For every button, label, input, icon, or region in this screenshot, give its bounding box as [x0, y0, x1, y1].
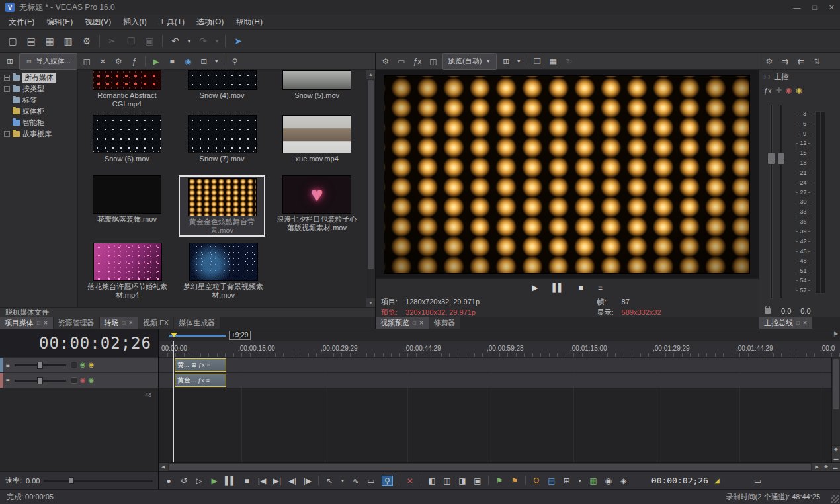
menu-file[interactable]: 文件(F)	[3, 15, 40, 30]
save-button[interactable]: ▦	[41, 33, 58, 49]
zoom-out-time-icon[interactable]: ▬	[831, 463, 840, 471]
tree-item-all-media[interactable]: 所有媒体	[3, 72, 77, 83]
menu-tools[interactable]: 工具(T)	[153, 15, 190, 30]
transport-time-display[interactable]: 00:00:02;26	[651, 476, 708, 485]
insert-region-button[interactable]: ⚑	[510, 477, 519, 485]
scroll-right-icon[interactable]: ▶	[812, 463, 821, 471]
trim-end-button[interactable]: ◨	[458, 477, 467, 485]
resize-grip[interactable]	[831, 495, 839, 503]
views-icon[interactable]: ⊞	[197, 55, 210, 68]
track-menu-icon[interactable]: ≡	[6, 377, 10, 384]
timeline-event-video[interactable]: 黄... ⊞ ƒx ≡	[175, 358, 226, 372]
copy-button[interactable]: ❐	[122, 33, 140, 49]
insert-marker-button[interactable]: ⚑	[495, 477, 504, 485]
envelope-tool-button[interactable]: ∿	[351, 477, 360, 485]
media-item-selected[interactable]: 黄金金色炫酷舞台背景.mov	[179, 175, 265, 237]
track-lanes[interactable]: 黄... ⊞ ƒx ≡ 黄金... ƒx ≡	[159, 357, 840, 462]
master-level-left[interactable]: 0.0	[781, 307, 791, 315]
region-marker-button[interactable]: Ω	[532, 477, 541, 485]
open-button[interactable]: ▤	[22, 33, 40, 49]
event-menu-icon[interactable]: ≡	[206, 377, 210, 384]
expander-icon[interactable]	[4, 75, 10, 81]
video-track-lane[interactable]: 黄... ⊞ ƒx ≡	[159, 358, 840, 372]
scrollbar-thumb[interactable]	[368, 80, 374, 269]
tab-transitions[interactable]: 转场 □ ✕	[100, 317, 138, 329]
tree-item-tags[interactable]: 标签	[3, 95, 77, 106]
overlays-grid-icon[interactable]: ⊞	[499, 55, 513, 68]
media-item[interactable]: 落花烛台许愿环节婚礼素材.mp4	[79, 243, 175, 300]
split-screen-icon[interactable]: ◫	[427, 55, 440, 68]
preview-stop-icon[interactable]: ■	[165, 55, 179, 68]
external-monitor-icon[interactable]: ▭	[395, 55, 408, 68]
tab-trimmer[interactable]: 修剪器	[429, 317, 460, 329]
media-scrollbar[interactable]: ▲ ▼	[366, 70, 375, 307]
fader-track-left[interactable]	[770, 105, 773, 299]
playhead-line[interactable]	[173, 341, 174, 462]
record-button[interactable]: ●	[164, 477, 173, 485]
tab-close-icon[interactable]: ✕	[419, 320, 424, 326]
marker-dropdown[interactable]: ▼	[577, 478, 583, 483]
media-properties-icon[interactable]: ⚙	[112, 55, 125, 68]
track-level-slider[interactable]	[15, 364, 66, 366]
media-item[interactable]: 梦幻星空粒子背景视频素材.mov	[175, 243, 271, 300]
new-project-button[interactable]: ▢	[4, 33, 21, 49]
track-level-slider[interactable]	[15, 380, 66, 382]
selection-tool-button[interactable]: ▭	[366, 477, 376, 485]
tab-explorer[interactable]: 资源管理器	[54, 317, 99, 329]
expander-icon[interactable]	[4, 131, 10, 137]
interactive-tutorials-button[interactable]: ➤	[230, 33, 247, 49]
minimize-button[interactable]: —	[793, 3, 800, 12]
timeline-time-display[interactable]: 00:00:02;26	[0, 329, 158, 357]
expander-icon[interactable]	[4, 86, 10, 92]
stop-button[interactable]: ■	[242, 477, 251, 485]
edit-tool-dropdown[interactable]: ▼	[340, 478, 345, 483]
media-item[interactable]: Snow (4).mov	[175, 70, 270, 108]
fader-track-right[interactable]	[780, 105, 782, 299]
track-solo-button[interactable]: ◉	[89, 362, 95, 368]
scroll-left-icon[interactable]: ◀	[159, 463, 168, 471]
paste-button[interactable]: ▣	[141, 33, 158, 49]
split-button[interactable]: ◫	[442, 477, 452, 485]
tree-item-by-type[interactable]: 按类型	[3, 83, 77, 95]
media-item[interactable]: Snow (5).mov	[269, 70, 364, 108]
media-item[interactable]: ♥ 浪漫七夕栏目包装粒子心落版视频素材.mov	[269, 175, 364, 237]
media-item[interactable]: Romantic Abstract CGI.mp4	[79, 70, 175, 108]
media-item[interactable]: 花瓣飘落装饰.mov	[79, 175, 175, 237]
pan-crop-icon[interactable]: ⊞	[191, 362, 196, 368]
preview-play-icon[interactable]: ▶	[149, 55, 163, 68]
edit-tool-button[interactable]: ↖	[325, 477, 334, 485]
tab-float-icon[interactable]: □	[122, 320, 126, 326]
snap-indicator-icon[interactable]: ◈	[619, 477, 628, 485]
view-mode-icon[interactable]: ⊞	[3, 55, 17, 68]
solo-button[interactable]: ◉	[796, 86, 802, 95]
preview-quality-dropdown[interactable]: 预览(自动) ▼	[442, 53, 497, 70]
lock-fader-icon[interactable]	[765, 308, 771, 314]
previous-frame-button[interactable]: ◀|	[288, 477, 297, 485]
menu-insert[interactable]: 插入(I)	[117, 15, 152, 30]
remove-media-icon[interactable]: ✕	[96, 55, 109, 68]
tab-video-fx[interactable]: 视频 FX	[138, 317, 173, 329]
audio-track-lane[interactable]: 黄金... ƒx ≡	[159, 373, 840, 388]
track-mute-button[interactable]: ◉	[80, 377, 86, 384]
copy-snapshot-icon[interactable]: ❐	[530, 55, 544, 68]
track-header-1[interactable]: ≡ ◉ ◉	[0, 358, 158, 372]
tab-float-icon[interactable]: □	[413, 320, 416, 326]
slider-thumb[interactable]	[37, 377, 43, 384]
play-button[interactable]: ▶	[210, 477, 219, 485]
zoom-out-tracks-icon[interactable]: ▬	[832, 454, 840, 462]
properties-button[interactable]: ⚙	[78, 33, 95, 49]
tab-video-preview[interactable]: 视频预览 □ ✕	[376, 317, 429, 329]
insert-input-bus-icon[interactable]: ⇇	[794, 55, 808, 68]
timeline-horizontal-scrollbar[interactable]: ◀ ▶ ✚ ▬	[159, 462, 840, 471]
video-output-fx-icon[interactable]: ƒx	[411, 55, 424, 68]
tree-item-smart-bins[interactable]: 智能柜	[3, 117, 77, 128]
event-fx-icon[interactable]: ƒx	[198, 377, 204, 384]
sync-cursor-icon[interactable]: ≡	[598, 283, 603, 292]
search-media-icon[interactable]: ⚲	[228, 55, 241, 68]
time-ruler[interactable]: 00:00:00 ,00:00:15:00 ,00:00:29:29 ,00:0…	[159, 341, 840, 357]
fader-handle-right[interactable]	[777, 153, 785, 165]
track-mute-button[interactable]: ◉	[80, 362, 86, 368]
overlays-dropdown[interactable]: ▼	[515, 55, 522, 68]
lock-event-button[interactable]: ▣	[473, 477, 482, 485]
event-fx-icon[interactable]: ƒx	[198, 362, 205, 368]
